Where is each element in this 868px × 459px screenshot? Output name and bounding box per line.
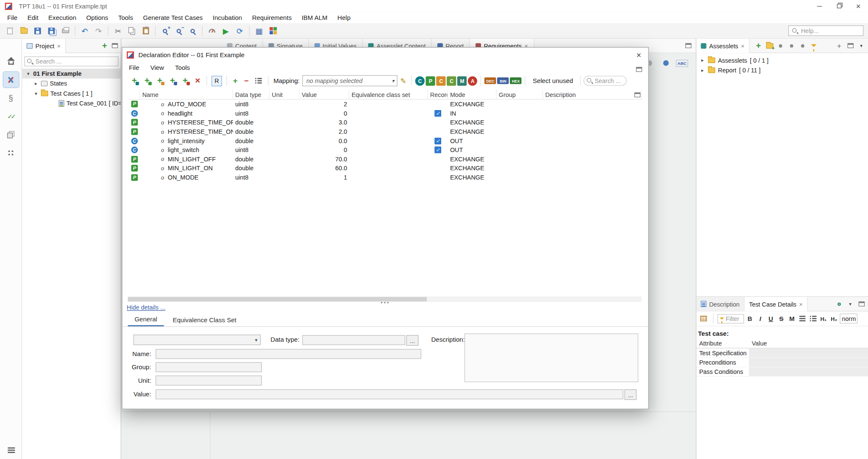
record-checkbox[interactable] — [434, 110, 441, 117]
gear-icon[interactable] — [775, 40, 786, 51]
close-tab-icon[interactable] — [799, 301, 803, 307]
new-channel-button[interactable] — [128, 75, 141, 87]
declaration-row[interactable]: HYSTERESE_TIME_OFF double 3.0 EXCHANGE — [128, 118, 642, 127]
dec-button[interactable]: DEC — [484, 77, 496, 84]
table-config-button[interactable] — [633, 91, 641, 98]
bin-button[interactable]: BIN — [497, 77, 509, 84]
tab-project[interactable]: Project — [22, 39, 66, 53]
expand-groups-button[interactable] — [230, 76, 241, 85]
assesslets-nav-button[interactable] — [3, 108, 19, 124]
declaration-kind-select[interactable] — [134, 335, 261, 345]
strikethrough-button[interactable]: S — [776, 313, 786, 324]
add-item-button[interactable] — [100, 41, 110, 51]
tree-item[interactable]: Test Case_001 [ ID=1 — [22, 98, 120, 108]
filter-funnel-icon[interactable] — [808, 40, 819, 51]
attribute-value[interactable] — [749, 348, 868, 357]
details-tab[interactable]: Equivalence Class Set — [166, 315, 243, 326]
dashboard-nav-button[interactable] — [3, 145, 19, 160]
float-panel-button[interactable] — [110, 41, 120, 51]
copy-button[interactable] — [125, 24, 138, 37]
group-view-button[interactable] — [252, 74, 265, 87]
declaration-row[interactable]: MIN_LIGHT_OFF double 70.0 EXCHANGE — [128, 155, 642, 164]
undo-button[interactable]: ↶ — [78, 24, 91, 37]
tree-item[interactable]: Assesslets [ 0 / 1 ] — [696, 55, 868, 66]
states-nav-button[interactable] — [3, 90, 19, 106]
attribute-row[interactable]: Preconditions — [696, 358, 868, 367]
rename-mode-button[interactable]: R — [211, 75, 222, 86]
zoom-out-button[interactable]: − — [172, 24, 185, 37]
new-file-button[interactable] — [3, 24, 17, 37]
tree-item[interactable]: Report [ 0 / 11 ] — [696, 65, 868, 75]
italic-button[interactable]: I — [756, 313, 765, 324]
menu-item[interactable]: Generate Test Cases — [138, 14, 208, 21]
data-type-browse-button[interactable]: ... — [406, 335, 419, 346]
tree-item[interactable]: 01 First Example — [22, 69, 120, 79]
tab-assesslets[interactable]: Assesslets — [696, 39, 749, 53]
mark-button[interactable]: M — [787, 313, 796, 324]
menu-item[interactable]: Edit — [22, 14, 43, 21]
column-header-name[interactable]: Name — [140, 90, 233, 99]
underline-button[interactable]: U — [766, 313, 776, 324]
close-tab-icon[interactable] — [57, 42, 61, 49]
redo-button[interactable]: ↷ — [92, 24, 105, 37]
add-folder-button[interactable] — [764, 40, 775, 51]
edit-mapping-button[interactable] — [398, 74, 409, 87]
unit-field[interactable] — [156, 376, 262, 386]
expand-arrow-icon[interactable] — [33, 91, 39, 96]
menu-item[interactable]: Requirements — [247, 14, 297, 21]
tree-item[interactable]: States — [22, 78, 120, 88]
expand-arrow-icon[interactable] — [700, 58, 705, 63]
float-panel-button[interactable] — [856, 299, 867, 310]
declaration-row[interactable]: headlight uint8 0 IN — [128, 109, 642, 118]
delete-declaration-button[interactable] — [192, 76, 204, 86]
attribute-value[interactable] — [749, 358, 868, 367]
bold-button[interactable]: B — [745, 313, 754, 324]
align-button[interactable] — [798, 313, 807, 324]
details-tab[interactable]: General — [128, 314, 164, 326]
menu-item[interactable]: Options — [81, 14, 113, 21]
requirements-matrix-button[interactable]: ▦ — [253, 24, 266, 37]
menu-item[interactable]: File — [2, 14, 22, 21]
new-assessment-button[interactable] — [179, 75, 192, 87]
menu-item[interactable]: Tools — [170, 64, 195, 71]
data-type-field[interactable] — [302, 335, 405, 346]
heading1-button[interactable]: H₁ — [819, 313, 828, 324]
zoom-reset-button[interactable] — [186, 24, 199, 37]
new-constant-button[interactable] — [153, 75, 166, 87]
add-assesslet-button[interactable] — [753, 40, 764, 51]
name-field[interactable] — [156, 349, 421, 359]
menu-item[interactable]: View — [145, 64, 170, 71]
dock-dialog-button[interactable] — [632, 63, 645, 76]
requirements-sync-icon[interactable] — [659, 56, 672, 69]
panel-menu-button[interactable] — [856, 40, 867, 51]
hamburger-menu-button[interactable] — [0, 444, 22, 457]
record-checkbox[interactable] — [434, 147, 441, 153]
column-header-attribute[interactable]: Attribute — [696, 339, 749, 348]
open-project-button[interactable] — [17, 24, 30, 37]
filter-input[interactable]: Filter — [718, 314, 744, 323]
constant-filter-button[interactable]: C — [437, 76, 446, 86]
expand-arrow-icon[interactable] — [700, 67, 705, 73]
channel-filter-button[interactable]: C — [415, 76, 425, 86]
select-unused-button[interactable]: Select unused — [528, 77, 577, 84]
column-header-mode[interactable]: Mode — [448, 90, 497, 99]
attribute-row[interactable]: Test Specification — [696, 348, 868, 358]
column-header-data-type[interactable]: Data type — [233, 90, 270, 99]
platform-nav-button[interactable] — [3, 127, 19, 142]
new-measurement-button[interactable] — [166, 75, 179, 87]
declaration-row[interactable]: HYSTERESE_TIME_ON double 2.0 EXCHANGE — [128, 127, 642, 136]
attribute-row[interactable]: Pass Conditions — [696, 367, 868, 376]
save-button[interactable] — [31, 24, 44, 37]
curve-filter-button[interactable]: C — [447, 76, 456, 86]
column-header-icon[interactable] — [128, 90, 140, 99]
column-header-value[interactable]: Value — [300, 90, 350, 99]
menu-item[interactable]: Execution — [43, 14, 81, 21]
paragraph-style-select[interactable]: norm — [840, 314, 857, 324]
column-header-description[interactable]: Description — [543, 90, 641, 99]
attribute-value[interactable] — [749, 367, 868, 376]
spellcheck-button[interactable]: ABC — [676, 59, 688, 66]
menu-item[interactable]: Help — [332, 14, 355, 21]
value-field[interactable] — [156, 390, 623, 400]
new-parameter-button[interactable] — [141, 75, 153, 87]
expand-arrow-icon[interactable] — [25, 71, 31, 76]
